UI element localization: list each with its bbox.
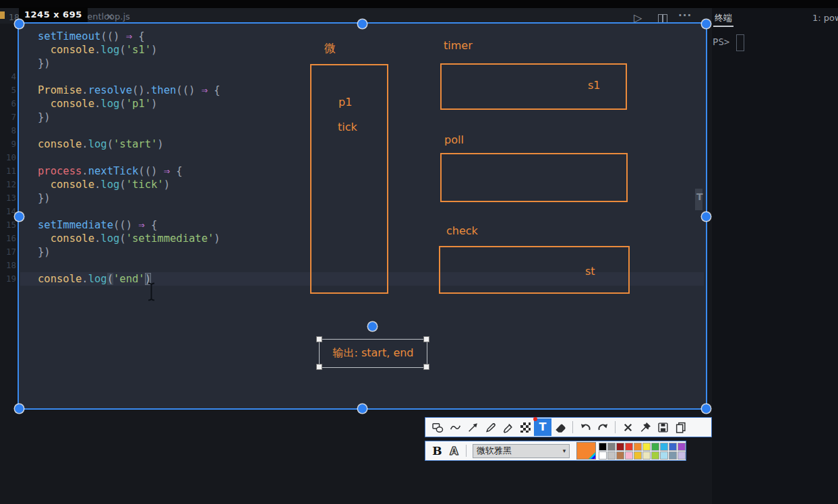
line-number: 9 bbox=[4, 137, 16, 151]
shell-selector[interactable]: 1: pow bbox=[812, 13, 838, 23]
selection-handle[interactable] bbox=[702, 404, 711, 413]
text-options-toolbar: B A 微软雅黑 ▾ bbox=[425, 441, 686, 461]
eraser-tool[interactable] bbox=[551, 418, 569, 436]
line-number: 12 bbox=[4, 178, 16, 191]
palette-color[interactable] bbox=[651, 443, 659, 451]
cancel-button[interactable] bbox=[619, 418, 636, 436]
terminal-tab[interactable]: 终端 bbox=[715, 12, 732, 24]
separator bbox=[615, 421, 616, 433]
textbox-handle[interactable] bbox=[316, 336, 322, 342]
chevron-down-icon: ▾ bbox=[563, 447, 566, 454]
undo-button[interactable] bbox=[576, 418, 594, 436]
marker-tool[interactable] bbox=[499, 418, 516, 436]
line-number: 11 bbox=[4, 164, 16, 178]
font-dropdown[interactable]: 微软雅黑 ▾ bbox=[473, 444, 570, 458]
selection-handle[interactable] bbox=[15, 404, 24, 413]
line-number: 17 bbox=[4, 245, 16, 259]
palette-color[interactable] bbox=[634, 451, 642, 460]
line-number: 19 bbox=[4, 272, 16, 286]
palette-color[interactable] bbox=[599, 451, 607, 460]
pin-button[interactable] bbox=[636, 418, 654, 436]
mosaic-tool[interactable] bbox=[516, 418, 534, 436]
textbox-handle[interactable] bbox=[316, 364, 322, 370]
line-number: 7 bbox=[4, 111, 16, 124]
terminal-panel bbox=[712, 8, 838, 504]
selection-handle[interactable] bbox=[358, 404, 367, 413]
line-number: 16 bbox=[4, 232, 16, 245]
selection-handle[interactable] bbox=[702, 20, 711, 28]
palette-color[interactable] bbox=[678, 443, 686, 451]
selection-handle[interactable] bbox=[368, 322, 377, 331]
output-textbox[interactable]: 输出: start, end bbox=[319, 339, 427, 368]
font-name: 微软雅黑 bbox=[477, 445, 563, 457]
palette-color[interactable] bbox=[599, 443, 607, 451]
palette-color[interactable] bbox=[642, 451, 651, 460]
polyline-tool[interactable] bbox=[446, 418, 464, 436]
palette-color[interactable] bbox=[625, 443, 633, 451]
selection-size-badge: 1245 x 695 bbox=[19, 7, 88, 22]
selection-handle[interactable] bbox=[702, 212, 711, 221]
textbox-handle[interactable] bbox=[423, 336, 429, 342]
palette-color[interactable] bbox=[651, 451, 659, 460]
palette-color[interactable] bbox=[642, 443, 651, 451]
line-number: 8 bbox=[4, 124, 16, 137]
palette-color[interactable] bbox=[607, 443, 616, 451]
arrow-tool[interactable] bbox=[464, 418, 481, 436]
selection-handle[interactable] bbox=[15, 212, 24, 221]
palette-color[interactable] bbox=[660, 443, 668, 451]
palette-color[interactable] bbox=[616, 451, 624, 460]
pencil-tool[interactable] bbox=[481, 418, 499, 436]
redo-button[interactable] bbox=[594, 418, 611, 436]
snip-toolbar: T bbox=[425, 417, 712, 437]
color-picker-icon bbox=[589, 452, 595, 459]
line-number: 4 bbox=[4, 70, 16, 84]
screen: 18 nodejs-eventloop.js × 1245 x 695 ▷ ··… bbox=[0, 0, 838, 504]
line-number: 5 bbox=[4, 84, 16, 97]
bold-button[interactable]: B bbox=[429, 442, 446, 460]
palette-color[interactable] bbox=[625, 451, 633, 460]
line-number: 6 bbox=[4, 97, 16, 111]
palette-color[interactable] bbox=[607, 451, 616, 460]
shape-tool[interactable] bbox=[429, 418, 446, 436]
line-number: 13 bbox=[4, 191, 16, 205]
menu-bar bbox=[0, 0, 838, 8]
current-color-swatch[interactable] bbox=[576, 442, 596, 460]
separator bbox=[466, 445, 467, 457]
outline-button[interactable]: A bbox=[446, 442, 462, 460]
terminal-prompt[interactable]: PS> bbox=[713, 36, 729, 47]
line-number: 18 bbox=[4, 259, 16, 272]
terminal-tab-underline bbox=[713, 26, 734, 27]
palette-color[interactable] bbox=[634, 443, 642, 451]
palette-color[interactable] bbox=[669, 443, 677, 451]
text-tool[interactable]: T bbox=[534, 418, 551, 436]
text-cursor-pointer bbox=[147, 282, 156, 301]
output-text: 输出: start, end bbox=[320, 340, 427, 367]
line-number: 10 bbox=[4, 151, 16, 164]
save-button[interactable] bbox=[654, 418, 671, 436]
separator bbox=[572, 421, 573, 433]
selection-handle[interactable] bbox=[15, 20, 24, 28]
more-actions-icon[interactable]: ··· bbox=[678, 9, 692, 22]
palette-color[interactable] bbox=[678, 451, 686, 460]
tab-close-icon[interactable]: × bbox=[106, 11, 114, 22]
copy-button[interactable] bbox=[671, 418, 689, 436]
palette-color[interactable] bbox=[616, 443, 624, 451]
js-file-icon bbox=[0, 11, 5, 19]
line-number: 15 bbox=[4, 218, 16, 232]
color-palette bbox=[599, 443, 686, 460]
modified-dot bbox=[533, 417, 537, 421]
terminal-cursor bbox=[736, 34, 744, 51]
selection-handle[interactable] bbox=[358, 20, 367, 28]
textbox-handle[interactable] bbox=[423, 364, 429, 370]
palette-color[interactable] bbox=[660, 451, 668, 460]
palette-color[interactable] bbox=[669, 451, 677, 460]
